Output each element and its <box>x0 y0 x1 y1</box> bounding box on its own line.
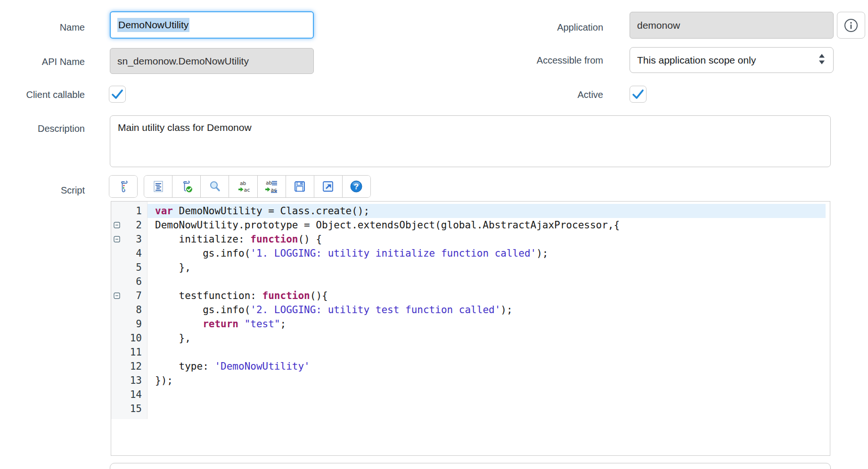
application-field: demonow <box>630 12 834 39</box>
svg-text:?: ? <box>354 182 359 191</box>
client-callable-checkbox[interactable] <box>109 86 126 103</box>
replace-all-button[interactable]: ab ac <box>257 176 286 197</box>
accessible-from-label: Accessible from <box>471 55 603 66</box>
open-new-window-icon <box>321 179 335 194</box>
next-section-container <box>110 463 831 469</box>
code-line: 6 <box>111 275 830 289</box>
fold-toggle-icon[interactable] <box>111 236 124 243</box>
code-line: 4 gs.info('1. LOGGING: utility initializ… <box>111 246 830 260</box>
find-button[interactable] <box>200 176 229 197</box>
format-code-button[interactable] <box>144 176 172 197</box>
syntax-check-icon <box>180 179 194 194</box>
code-line: 13}); <box>111 373 830 388</box>
code-line: 10 }, <box>111 331 830 345</box>
line-number: 14 <box>124 388 147 402</box>
save-icon <box>293 179 307 194</box>
line-number: 10 <box>124 331 147 345</box>
gutter-cell: 8 <box>111 303 147 317</box>
line-number: 2 <box>124 218 147 232</box>
replace-button[interactable]: ab ac <box>229 176 257 197</box>
script-toolbar-left <box>109 175 138 198</box>
gutter-cell: 15 <box>111 402 147 416</box>
script-toggle-icon <box>116 179 131 194</box>
gutter-cell: 5 <box>111 260 147 275</box>
code-text[interactable]: }, <box>147 260 826 275</box>
code-text[interactable]: type: 'DemoNowUtility' <box>147 359 826 373</box>
active-label: Active <box>471 89 603 100</box>
line-number: 6 <box>124 275 147 289</box>
gutter-cell: 3 <box>111 232 147 246</box>
code-text[interactable] <box>147 345 826 359</box>
application-info-button[interactable] <box>837 12 865 39</box>
code-line: 3 initialize: function() { <box>111 232 830 246</box>
checkmark-icon <box>630 86 646 102</box>
find-icon <box>208 179 222 194</box>
active-checkbox[interactable] <box>630 86 647 103</box>
code-text[interactable]: DemoNowUtility.prototype = Object.extend… <box>147 218 826 232</box>
syntax-check-button[interactable] <box>172 176 200 197</box>
fold-toggle-icon[interactable] <box>111 222 124 228</box>
gutter-cell: 9 <box>111 317 147 331</box>
code-line: 14 <box>111 388 830 402</box>
code-line: 9 return "test"; <box>111 317 830 331</box>
name-label: Name <box>0 22 85 33</box>
svg-text:ab: ab <box>266 180 272 186</box>
code-text[interactable] <box>147 388 826 402</box>
description-label: Description <box>0 123 85 134</box>
name-input[interactable]: DemoNowUtility <box>110 11 314 39</box>
api-name-value: sn_demonow.DemoNowUtility <box>117 56 249 67</box>
gutter-cell: 6 <box>111 275 147 289</box>
code-text[interactable]: }, <box>147 331 826 345</box>
gutter-cell: 7 <box>111 289 147 303</box>
code-text[interactable]: var DemoNowUtility = Class.create(); <box>147 204 826 218</box>
code-text[interactable] <box>147 402 826 416</box>
script-toolbar-main: ab ac ab ac <box>144 175 371 198</box>
line-number: 3 <box>124 232 147 246</box>
code-line: 5 }, <box>111 260 830 275</box>
code-line: 7 testfunction: function(){ <box>111 289 830 303</box>
script-code-editor[interactable]: 1var DemoNowUtility = Class.create();2De… <box>111 201 830 456</box>
format-code-icon <box>151 179 165 194</box>
code-line: 2DemoNowUtility.prototype = Object.exten… <box>111 218 830 232</box>
replace-icon: ab ac <box>236 179 250 194</box>
description-value: Main utility class for Demonow <box>118 122 252 133</box>
help-button[interactable]: ? <box>342 176 370 197</box>
line-number: 7 <box>124 289 147 303</box>
line-number: 13 <box>124 373 147 388</box>
code-text[interactable]: gs.info('1. LOGGING: utility initialize … <box>147 246 826 260</box>
code-line: 8 gs.info('2. LOGGING: utility test func… <box>111 303 830 317</box>
line-number: 1 <box>124 204 147 218</box>
code-line: 15 <box>111 402 830 416</box>
checkmark-icon <box>109 86 125 102</box>
svg-text:ac: ac <box>244 187 250 193</box>
gutter-cell: 4 <box>111 246 147 260</box>
code-line: 1var DemoNowUtility = Class.create(); <box>111 204 830 218</box>
svg-text:ab: ab <box>240 180 246 186</box>
script-toggle-button[interactable] <box>109 176 137 197</box>
accessible-from-value: This application scope only <box>637 55 756 66</box>
code-text[interactable]: return "test"; <box>147 317 826 331</box>
fold-toggle-icon[interactable] <box>111 292 124 299</box>
gutter-cell: 12 <box>111 359 147 373</box>
code-text[interactable]: testfunction: function(){ <box>147 289 826 303</box>
script-include-form: Name API Name Client callable Descriptio… <box>0 0 868 469</box>
save-button[interactable] <box>286 176 314 197</box>
code-text[interactable]: }); <box>147 373 826 388</box>
line-number: 15 <box>124 402 147 416</box>
accessible-from-select[interactable]: This application scope only <box>630 47 834 73</box>
application-value: demonow <box>637 20 680 31</box>
svg-text:ac: ac <box>271 187 277 193</box>
replace-all-icon: ab ac <box>264 179 278 194</box>
line-number: 8 <box>124 303 147 317</box>
gutter-cell: 10 <box>111 331 147 345</box>
selected-text: DemoNowUtility <box>117 18 189 32</box>
description-textarea[interactable]: Main utility class for Demonow <box>110 115 831 167</box>
open-new-window-button[interactable] <box>314 176 342 197</box>
api-name-label: API Name <box>0 56 85 67</box>
script-label: Script <box>0 185 85 196</box>
code-text[interactable]: initialize: function() { <box>147 232 826 246</box>
code-text[interactable]: gs.info('2. LOGGING: utility test functi… <box>147 303 826 317</box>
code-text[interactable] <box>147 275 826 289</box>
gutter-cell: 2 <box>111 218 147 232</box>
line-number: 12 <box>124 359 147 373</box>
